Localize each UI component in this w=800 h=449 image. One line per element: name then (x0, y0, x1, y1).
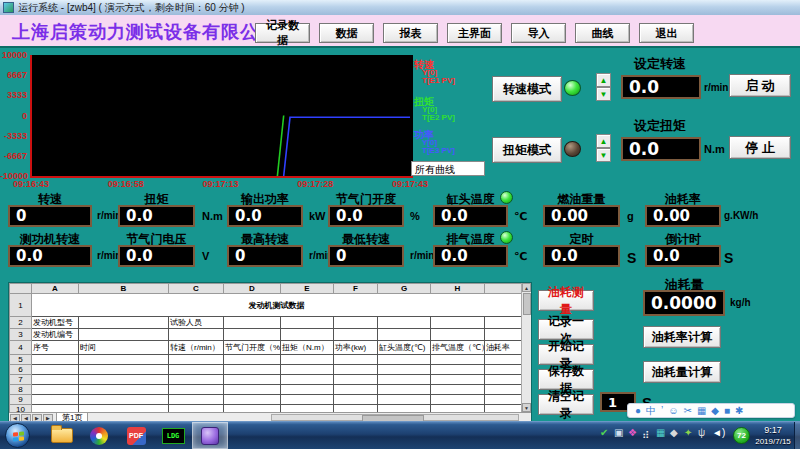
table-cell[interactable] (431, 317, 485, 329)
table-cell[interactable] (10, 284, 32, 294)
table-cell[interactable] (431, 329, 485, 341)
table-cell[interactable] (79, 329, 169, 341)
table-cell[interactable] (224, 329, 281, 341)
table-cell[interactable] (224, 317, 281, 329)
ime-icon-8[interactable]: ✱ (735, 406, 743, 416)
table-cell[interactable]: 6 (10, 365, 32, 375)
fuel-amount-calc-button[interactable]: 油耗量计算 (643, 361, 721, 383)
table-cell[interactable]: 5 (10, 355, 32, 365)
set-torque-display[interactable]: 0.0 (621, 137, 701, 161)
table-cell[interactable] (32, 375, 79, 385)
table-cell[interactable] (281, 329, 334, 341)
table-cell[interactable] (169, 329, 224, 341)
tray-icon-7[interactable]: ψ (698, 428, 705, 438)
tray-icon-0[interactable]: ✔ (600, 428, 608, 438)
set-speed-display[interactable]: 0.0 (621, 75, 701, 99)
table-cell[interactable] (378, 365, 431, 375)
table-horizontal-scrollbar[interactable] (271, 414, 519, 421)
table-cell[interactable] (431, 365, 485, 375)
table-cell[interactable]: 油耗率 (485, 341, 522, 355)
table-cell[interactable] (281, 375, 334, 385)
table-cell[interactable] (79, 317, 169, 329)
torque-spinner-down-button[interactable]: ▼ (596, 148, 611, 162)
table-cell[interactable]: H (431, 284, 485, 294)
table-cell[interactable]: 排气温度（℃） (431, 341, 485, 355)
speed-spinner-down-button[interactable]: ▼ (596, 87, 611, 101)
table-cell[interactable]: 试验人员 (169, 317, 224, 329)
table-cell[interactable] (224, 365, 281, 375)
table-cell[interactable] (431, 375, 485, 385)
table-cell[interactable] (281, 385, 334, 395)
table-cell[interactable] (169, 375, 224, 385)
table-cell[interactable] (431, 355, 485, 365)
table-cell[interactable] (334, 385, 378, 395)
table-cell[interactable] (169, 365, 224, 375)
table-cell[interactable]: G (378, 284, 431, 294)
table-cell[interactable] (485, 355, 522, 365)
table-cell[interactable] (32, 355, 79, 365)
show-desktop-button[interactable] (794, 422, 800, 449)
ime-icon-1[interactable]: 中 (646, 406, 656, 416)
table-cell[interactable]: 节气门开度（%） (224, 341, 281, 355)
table-cell[interactable] (334, 375, 378, 385)
start-button-orb[interactable] (5, 423, 30, 448)
table-cell[interactable] (485, 284, 522, 294)
tray-icon-3[interactable]: ⣴ (642, 428, 649, 438)
table-cell[interactable] (431, 385, 485, 395)
ime-toolbar[interactable]: ●中’☺✂▦◆■✱ (627, 403, 795, 418)
table-cell[interactable]: 1 (10, 294, 32, 317)
tray-icon-8[interactable]: ◄) (712, 428, 725, 438)
table-cell[interactable] (79, 385, 169, 395)
tray-icon-4[interactable]: ▦ (656, 428, 665, 438)
all-curves-selector[interactable]: 所有曲线 (411, 161, 485, 176)
table-cell[interactable]: 发动机编号 (32, 329, 79, 341)
table-cell[interactable]: 9 (10, 395, 32, 405)
table-cell[interactable] (485, 365, 522, 375)
torque-spinner-up-button[interactable]: ▲ (596, 134, 611, 148)
header-button-6[interactable]: 退出 (639, 23, 694, 43)
header-button-1[interactable]: 数据 (319, 23, 374, 43)
taskbar-logger-button[interactable]: LDG (155, 422, 191, 449)
table-cell[interactable]: C (169, 284, 224, 294)
taskbar-explorer-button[interactable] (44, 422, 80, 449)
table-cell[interactable]: 发动机型号 (32, 317, 79, 329)
table-cell[interactable] (485, 395, 522, 405)
battery-tray-icon[interactable]: 72 (733, 427, 750, 444)
table-cell[interactable] (485, 375, 522, 385)
table-cell[interactable] (79, 355, 169, 365)
table-cell[interactable] (485, 329, 522, 341)
table-cell[interactable] (79, 395, 169, 405)
table-cell[interactable] (224, 395, 281, 405)
table-cell[interactable] (32, 365, 79, 375)
table-cell[interactable] (378, 355, 431, 365)
table-cell[interactable]: D (224, 284, 281, 294)
table-cell[interactable] (224, 385, 281, 395)
ime-icon-6[interactable]: ◆ (711, 406, 719, 416)
table-cell[interactable] (431, 395, 485, 405)
ime-icon-4[interactable]: ✂ (684, 406, 692, 416)
table-cell[interactable] (334, 355, 378, 365)
table-cell[interactable] (79, 365, 169, 375)
table-cell[interactable] (378, 317, 431, 329)
tray-icon-6[interactable]: ✦ (684, 428, 692, 438)
table-cell[interactable] (224, 355, 281, 365)
ime-icon-3[interactable]: ☺ (668, 406, 678, 416)
table-title[interactable]: 发动机测试数据 (32, 294, 522, 317)
table-cell[interactable]: 2 (10, 317, 32, 329)
table-cell[interactable]: 序号 (32, 341, 79, 355)
ime-icon-7[interactable]: ■ (724, 406, 730, 416)
table-cell[interactable]: 时间 (79, 341, 169, 355)
table-cell[interactable] (334, 395, 378, 405)
table-cell[interactable] (224, 375, 281, 385)
table-cell[interactable] (378, 329, 431, 341)
table-cell[interactable]: B (79, 284, 169, 294)
table-cell[interactable]: 8 (10, 385, 32, 395)
table-cell[interactable]: 3 (10, 329, 32, 341)
header-button-3[interactable]: 主界面 (447, 23, 502, 43)
tray-icon-2[interactable]: ❖ (628, 428, 637, 438)
tray-icon-5[interactable]: ◆ (670, 428, 678, 438)
stop-button[interactable]: 停 止 (729, 136, 791, 159)
header-button-2[interactable]: 报表 (383, 23, 438, 43)
table-cell[interactable] (281, 317, 334, 329)
table-cell[interactable] (32, 395, 79, 405)
